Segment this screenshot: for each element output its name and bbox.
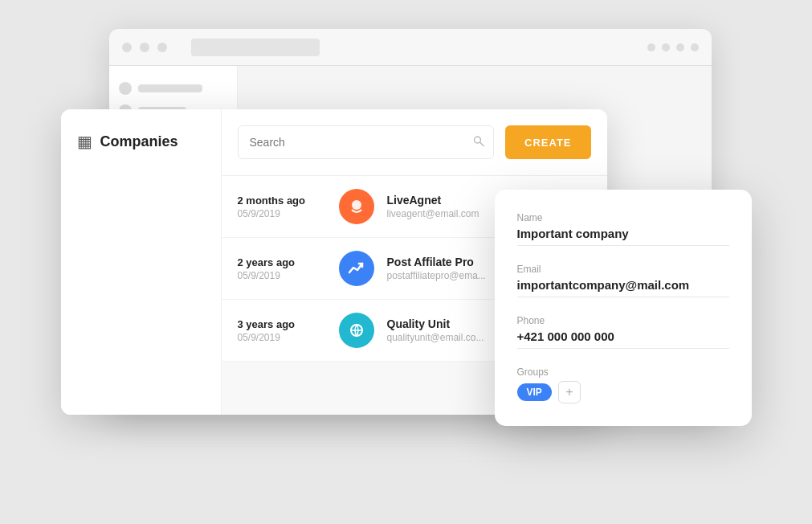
groups-row: VIP +	[517, 381, 729, 403]
email-value: importantcompany@mail.com	[517, 278, 729, 297]
nav-dot-4	[691, 43, 699, 51]
nav-dot-1	[647, 43, 655, 51]
name-field: Name Important company	[517, 212, 729, 246]
ghost-item-1	[119, 82, 227, 95]
name-value: Important company	[517, 227, 729, 246]
company-date-3: 05/9/2019	[238, 332, 326, 343]
company-ago-2: 2 years ago	[238, 256, 326, 268]
email-label: Email	[517, 264, 729, 275]
company-info-1: LiveAgnet liveagent@email.com	[387, 194, 479, 219]
window-dot-2	[140, 43, 149, 52]
phone-label: Phone	[517, 315, 729, 326]
nav-dot-2	[662, 43, 670, 51]
company-email-3: qualityunit@email.co...	[387, 332, 484, 343]
company-date-1: 05/9/2019	[238, 208, 326, 219]
phone-value: +421 000 000 000	[517, 330, 729, 349]
companies-title: Companies	[100, 133, 178, 150]
create-button[interactable]: CREATE	[505, 125, 590, 159]
company-ago-3: 3 years ago	[238, 318, 326, 330]
company-info-2: Post Affilate Pro postaffiliatepro@ema..…	[387, 256, 486, 281]
companies-icon: ▦	[77, 132, 92, 151]
search-icon	[473, 136, 484, 149]
name-label: Name	[517, 212, 729, 223]
nav-dot-3	[676, 43, 684, 51]
search-bar-row: CREATE	[222, 109, 607, 176]
left-sidebar: ▦ Companies	[61, 109, 222, 415]
company-email-1: liveagent@email.com	[387, 208, 479, 219]
groups-field: Groups VIP +	[517, 366, 729, 403]
browser-urlbar	[191, 39, 320, 56]
detail-panel: Name Important company Email importantco…	[495, 190, 752, 426]
window-dot-1	[122, 43, 132, 52]
search-input-wrap	[238, 125, 495, 159]
company-name-2: Post Affilate Pro	[387, 256, 486, 268]
add-group-button[interactable]: +	[558, 381, 581, 403]
svg-line-1	[480, 142, 484, 145]
company-time-2: 2 years ago 05/9/2019	[238, 256, 326, 281]
company-logo-2	[339, 251, 374, 286]
company-date-2: 05/9/2019	[238, 270, 326, 281]
browser-titlebar	[109, 29, 712, 66]
company-name-3: Quality Unit	[387, 317, 484, 330]
company-ago-1: 2 months ago	[238, 194, 326, 207]
company-time-3: 3 years ago 05/9/2019	[238, 318, 326, 343]
browser-nav-dots	[647, 43, 699, 51]
svg-point-2	[352, 200, 361, 210]
companies-header: ▦ Companies	[77, 132, 205, 151]
company-time-1: 2 months ago 05/9/2019	[238, 194, 326, 219]
vip-tag[interactable]: VIP	[517, 383, 552, 401]
company-email-2: postaffiliatepro@ema...	[387, 270, 486, 281]
phone-field: Phone +421 000 000 000	[517, 315, 729, 349]
email-field: Email importantcompany@mail.com	[517, 264, 729, 297]
groups-label: Groups	[517, 366, 729, 378]
company-name-1: LiveAgnet	[387, 194, 479, 207]
company-logo-3	[339, 313, 374, 348]
company-info-3: Quality Unit qualityunit@email.co...	[387, 317, 484, 343]
window-dot-3	[157, 43, 167, 52]
search-input[interactable]	[238, 125, 495, 159]
company-logo-1	[339, 189, 374, 224]
